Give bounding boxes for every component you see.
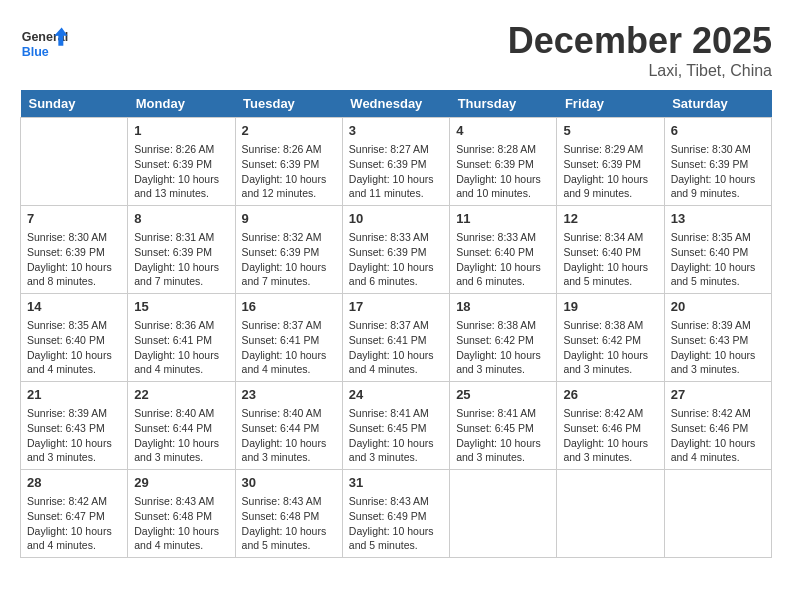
cell-info: Sunrise: 8:26 AMSunset: 6:39 PMDaylight:…	[134, 142, 228, 201]
calendar-cell: 6Sunrise: 8:30 AMSunset: 6:39 PMDaylight…	[664, 118, 771, 206]
date-number: 9	[242, 210, 336, 228]
location-title: Laxi, Tibet, China	[508, 62, 772, 80]
calendar-cell: 24Sunrise: 8:41 AMSunset: 6:45 PMDayligh…	[342, 382, 449, 470]
calendar-table: SundayMondayTuesdayWednesdayThursdayFrid…	[20, 90, 772, 558]
calendar-cell: 17Sunrise: 8:37 AMSunset: 6:41 PMDayligh…	[342, 294, 449, 382]
calendar-cell: 9Sunrise: 8:32 AMSunset: 6:39 PMDaylight…	[235, 206, 342, 294]
calendar-cell: 8Sunrise: 8:31 AMSunset: 6:39 PMDaylight…	[128, 206, 235, 294]
calendar-cell: 11Sunrise: 8:33 AMSunset: 6:40 PMDayligh…	[450, 206, 557, 294]
week-row-2: 7Sunrise: 8:30 AMSunset: 6:39 PMDaylight…	[21, 206, 772, 294]
day-header-saturday: Saturday	[664, 90, 771, 118]
cell-info: Sunrise: 8:29 AMSunset: 6:39 PMDaylight:…	[563, 142, 657, 201]
week-row-1: 1Sunrise: 8:26 AMSunset: 6:39 PMDaylight…	[21, 118, 772, 206]
calendar-cell: 26Sunrise: 8:42 AMSunset: 6:46 PMDayligh…	[557, 382, 664, 470]
calendar-cell: 2Sunrise: 8:26 AMSunset: 6:39 PMDaylight…	[235, 118, 342, 206]
date-number: 18	[456, 298, 550, 316]
cell-info: Sunrise: 8:40 AMSunset: 6:44 PMDaylight:…	[242, 406, 336, 465]
cell-info: Sunrise: 8:38 AMSunset: 6:42 PMDaylight:…	[456, 318, 550, 377]
date-number: 1	[134, 122, 228, 140]
date-number: 23	[242, 386, 336, 404]
calendar-cell: 15Sunrise: 8:36 AMSunset: 6:41 PMDayligh…	[128, 294, 235, 382]
calendar-cell	[557, 470, 664, 558]
date-number: 4	[456, 122, 550, 140]
date-number: 14	[27, 298, 121, 316]
calendar-cell: 7Sunrise: 8:30 AMSunset: 6:39 PMDaylight…	[21, 206, 128, 294]
date-number: 17	[349, 298, 443, 316]
calendar-cell: 1Sunrise: 8:26 AMSunset: 6:39 PMDaylight…	[128, 118, 235, 206]
calendar-cell: 5Sunrise: 8:29 AMSunset: 6:39 PMDaylight…	[557, 118, 664, 206]
calendar-cell: 14Sunrise: 8:35 AMSunset: 6:40 PMDayligh…	[21, 294, 128, 382]
date-number: 13	[671, 210, 765, 228]
logo: General Blue	[20, 20, 70, 70]
calendar-cell: 23Sunrise: 8:40 AMSunset: 6:44 PMDayligh…	[235, 382, 342, 470]
day-header-sunday: Sunday	[21, 90, 128, 118]
cell-info: Sunrise: 8:35 AMSunset: 6:40 PMDaylight:…	[671, 230, 765, 289]
cell-info: Sunrise: 8:27 AMSunset: 6:39 PMDaylight:…	[349, 142, 443, 201]
cell-info: Sunrise: 8:39 AMSunset: 6:43 PMDaylight:…	[671, 318, 765, 377]
cell-info: Sunrise: 8:42 AMSunset: 6:46 PMDaylight:…	[671, 406, 765, 465]
date-number: 7	[27, 210, 121, 228]
date-number: 8	[134, 210, 228, 228]
calendar-cell: 22Sunrise: 8:40 AMSunset: 6:44 PMDayligh…	[128, 382, 235, 470]
cell-info: Sunrise: 8:32 AMSunset: 6:39 PMDaylight:…	[242, 230, 336, 289]
calendar-cell: 31Sunrise: 8:43 AMSunset: 6:49 PMDayligh…	[342, 470, 449, 558]
day-header-tuesday: Tuesday	[235, 90, 342, 118]
date-number: 28	[27, 474, 121, 492]
calendar-cell: 16Sunrise: 8:37 AMSunset: 6:41 PMDayligh…	[235, 294, 342, 382]
calendar-cell: 30Sunrise: 8:43 AMSunset: 6:48 PMDayligh…	[235, 470, 342, 558]
calendar-cell	[664, 470, 771, 558]
cell-info: Sunrise: 8:42 AMSunset: 6:46 PMDaylight:…	[563, 406, 657, 465]
cell-info: Sunrise: 8:41 AMSunset: 6:45 PMDaylight:…	[456, 406, 550, 465]
day-header-wednesday: Wednesday	[342, 90, 449, 118]
date-number: 5	[563, 122, 657, 140]
date-number: 2	[242, 122, 336, 140]
svg-text:Blue: Blue	[22, 45, 49, 59]
calendar-cell: 13Sunrise: 8:35 AMSunset: 6:40 PMDayligh…	[664, 206, 771, 294]
week-row-4: 21Sunrise: 8:39 AMSunset: 6:43 PMDayligh…	[21, 382, 772, 470]
date-number: 24	[349, 386, 443, 404]
date-number: 27	[671, 386, 765, 404]
date-number: 3	[349, 122, 443, 140]
date-number: 31	[349, 474, 443, 492]
week-row-5: 28Sunrise: 8:42 AMSunset: 6:47 PMDayligh…	[21, 470, 772, 558]
cell-info: Sunrise: 8:28 AMSunset: 6:39 PMDaylight:…	[456, 142, 550, 201]
calendar-cell: 4Sunrise: 8:28 AMSunset: 6:39 PMDaylight…	[450, 118, 557, 206]
calendar-cell	[450, 470, 557, 558]
cell-info: Sunrise: 8:34 AMSunset: 6:40 PMDaylight:…	[563, 230, 657, 289]
day-header-monday: Monday	[128, 90, 235, 118]
cell-info: Sunrise: 8:40 AMSunset: 6:44 PMDaylight:…	[134, 406, 228, 465]
cell-info: Sunrise: 8:33 AMSunset: 6:40 PMDaylight:…	[456, 230, 550, 289]
day-header-friday: Friday	[557, 90, 664, 118]
date-number: 20	[671, 298, 765, 316]
cell-info: Sunrise: 8:30 AMSunset: 6:39 PMDaylight:…	[671, 142, 765, 201]
cell-info: Sunrise: 8:37 AMSunset: 6:41 PMDaylight:…	[349, 318, 443, 377]
date-number: 11	[456, 210, 550, 228]
date-number: 15	[134, 298, 228, 316]
cell-info: Sunrise: 8:43 AMSunset: 6:48 PMDaylight:…	[134, 494, 228, 553]
calendar-cell: 12Sunrise: 8:34 AMSunset: 6:40 PMDayligh…	[557, 206, 664, 294]
calendar-cell: 3Sunrise: 8:27 AMSunset: 6:39 PMDaylight…	[342, 118, 449, 206]
cell-info: Sunrise: 8:38 AMSunset: 6:42 PMDaylight:…	[563, 318, 657, 377]
date-number: 12	[563, 210, 657, 228]
date-number: 29	[134, 474, 228, 492]
calendar-cell: 10Sunrise: 8:33 AMSunset: 6:39 PMDayligh…	[342, 206, 449, 294]
cell-info: Sunrise: 8:37 AMSunset: 6:41 PMDaylight:…	[242, 318, 336, 377]
date-number: 25	[456, 386, 550, 404]
date-number: 22	[134, 386, 228, 404]
month-title: December 2025	[508, 20, 772, 62]
date-number: 30	[242, 474, 336, 492]
calendar-cell	[21, 118, 128, 206]
cell-info: Sunrise: 8:42 AMSunset: 6:47 PMDaylight:…	[27, 494, 121, 553]
cell-info: Sunrise: 8:39 AMSunset: 6:43 PMDaylight:…	[27, 406, 121, 465]
date-number: 19	[563, 298, 657, 316]
calendar-cell: 29Sunrise: 8:43 AMSunset: 6:48 PMDayligh…	[128, 470, 235, 558]
calendar-cell: 27Sunrise: 8:42 AMSunset: 6:46 PMDayligh…	[664, 382, 771, 470]
date-number: 26	[563, 386, 657, 404]
calendar-cell: 19Sunrise: 8:38 AMSunset: 6:42 PMDayligh…	[557, 294, 664, 382]
date-number: 10	[349, 210, 443, 228]
cell-info: Sunrise: 8:43 AMSunset: 6:48 PMDaylight:…	[242, 494, 336, 553]
cell-info: Sunrise: 8:36 AMSunset: 6:41 PMDaylight:…	[134, 318, 228, 377]
calendar-cell: 21Sunrise: 8:39 AMSunset: 6:43 PMDayligh…	[21, 382, 128, 470]
cell-info: Sunrise: 8:31 AMSunset: 6:39 PMDaylight:…	[134, 230, 228, 289]
calendar-cell: 28Sunrise: 8:42 AMSunset: 6:47 PMDayligh…	[21, 470, 128, 558]
